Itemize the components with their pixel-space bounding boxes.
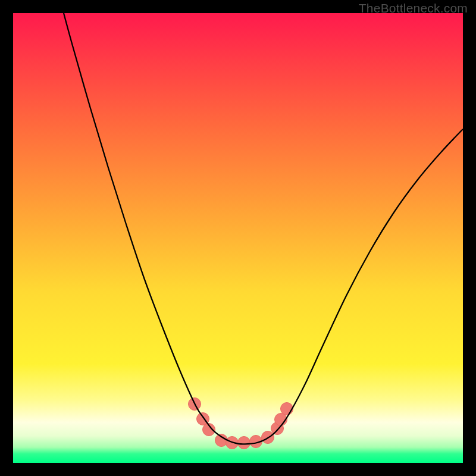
attribution-text: TheBottleneck.com: [359, 1, 468, 15]
chart-plot-area: [13, 13, 463, 463]
curve-marker: [281, 403, 293, 415]
marker-group: [189, 398, 293, 449]
curve-marker: [238, 437, 250, 449]
bottleneck-curve: [64, 13, 463, 444]
chart-svg: [13, 13, 463, 463]
chart-frame: TheBottleneck.com: [0, 0, 476, 476]
